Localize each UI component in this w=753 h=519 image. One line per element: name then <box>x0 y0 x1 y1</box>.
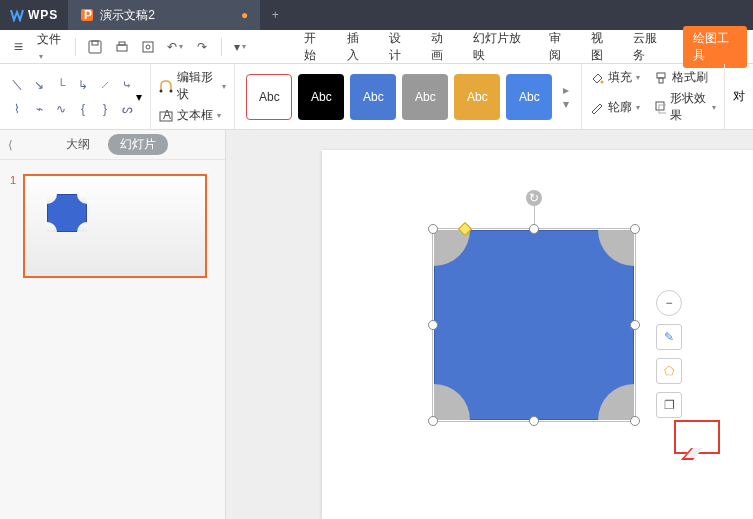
resize-handle-tr[interactable] <box>630 224 640 234</box>
freehand-icon[interactable]: ᔕ <box>118 99 136 119</box>
paint-bucket-icon <box>590 71 604 85</box>
resize-handle-r[interactable] <box>630 320 640 330</box>
style-preset-5[interactable]: Abc <box>454 74 500 120</box>
tab-slides[interactable]: 幻灯片 <box>108 134 168 155</box>
text-box-icon: A <box>159 109 173 123</box>
arrow-shape-icon[interactable]: ↘ <box>30 75 48 95</box>
svg-rect-4 <box>117 45 127 51</box>
menu-cloud[interactable]: 云服务 <box>623 30 676 64</box>
resize-handle-l[interactable] <box>428 320 438 330</box>
pen-tool-icon[interactable]: ✎ <box>656 324 682 350</box>
shape-body[interactable] <box>434 230 634 420</box>
scribble-icon[interactable]: ∿ <box>52 99 70 119</box>
collapse-tool-icon[interactable]: − <box>656 290 682 316</box>
style-preset-2[interactable]: Abc <box>298 74 344 120</box>
save-icon[interactable] <box>82 34 107 60</box>
shape-tool-icon[interactable]: ⬠ <box>656 358 682 384</box>
selected-shape[interactable]: ↻ − ✎ ⬠ ❐ <box>434 230 634 420</box>
shape-gallery-expand[interactable]: ▾ <box>136 90 142 104</box>
pen-icon <box>590 100 604 114</box>
more-menu[interactable]: ▾ <box>228 34 253 60</box>
text-box-button[interactable]: A 文本框 <box>159 107 226 124</box>
svg-rect-13 <box>657 73 665 78</box>
drawing-tool-tab[interactable]: 绘图工具 <box>683 26 747 68</box>
style-gallery-expand[interactable]: ▸▾ <box>559 83 573 111</box>
format-painter-button[interactable]: 格式刷 <box>654 69 716 86</box>
floating-tools: − ✎ ⬠ ❐ <box>656 290 682 418</box>
resize-handle-tl[interactable] <box>428 224 438 234</box>
effect-icon <box>654 100 665 114</box>
svg-rect-3 <box>92 41 98 45</box>
svg-rect-14 <box>659 78 663 83</box>
resize-handle-t[interactable] <box>529 224 539 234</box>
presentation-icon: P <box>80 8 94 22</box>
new-tab-button[interactable]: + <box>262 0 288 30</box>
style-preset-4[interactable]: Abc <box>402 74 448 120</box>
divider <box>75 38 76 56</box>
brace-right-icon[interactable]: } <box>96 99 114 119</box>
app-name: WPS <box>28 8 58 22</box>
svg-rect-5 <box>119 42 125 45</box>
tab-title: 演示文稿2 <box>100 7 155 24</box>
brush-icon <box>654 71 668 85</box>
canvas-area[interactable]: ↻ − ✎ ⬠ ❐ <box>226 130 753 519</box>
outline-button[interactable]: 轮廓 <box>590 99 640 116</box>
document-tab[interactable]: P 演示文稿2 ● <box>68 0 260 30</box>
style-preset-6[interactable]: Abc <box>506 74 552 120</box>
layers-tool-icon[interactable]: ❐ <box>656 392 682 418</box>
svg-point-9 <box>170 90 173 93</box>
shape-lines-section: ＼ ↘ └ ↳ ⟋ ⤷ ⌇ ⌁ ∿ { } ᔕ ▾ <box>0 64 151 129</box>
slide-canvas[interactable]: ↻ − ✎ ⬠ ❐ <box>322 150 753 519</box>
brace-left-icon[interactable]: { <box>74 99 92 119</box>
modified-dot-icon: ● <box>241 8 248 22</box>
svg-point-8 <box>160 90 163 93</box>
elbow-arrow-icon[interactable]: ↳ <box>74 75 92 95</box>
menu-design[interactable]: 设计 <box>379 30 421 64</box>
svg-point-12 <box>601 80 604 83</box>
svg-rect-15 <box>656 102 664 110</box>
slide-number: 1 <box>10 174 16 186</box>
rotation-handle[interactable]: ↻ <box>526 190 542 206</box>
menu-view[interactable]: 视图 <box>581 30 623 64</box>
edit-shape-icon <box>159 79 173 93</box>
style-preset-3[interactable]: Abc <box>350 74 396 120</box>
svg-rect-2 <box>89 41 101 53</box>
redo-icon[interactable]: ↷ <box>190 34 215 60</box>
shape-styles-gallery: Abc Abc Abc Abc Abc Abc ▸▾ <box>235 64 582 129</box>
elbow-shape-icon[interactable]: └ <box>52 75 70 95</box>
svg-text:P: P <box>84 8 92 22</box>
align-button[interactable]: 对 <box>733 88 745 105</box>
wps-logo: WPS <box>0 0 68 30</box>
zigzag-icon[interactable]: ⌇ <box>8 99 26 119</box>
curve-shape-icon[interactable]: ⟋ <box>96 75 114 95</box>
menu-start[interactable]: 开始 <box>294 30 336 64</box>
edit-shape-button[interactable]: 编辑形状 <box>159 69 226 103</box>
undo-icon[interactable]: ↶ <box>163 34 188 60</box>
resize-handle-bl[interactable] <box>428 416 438 426</box>
shape-effect-button[interactable]: 形状效果 <box>654 90 716 124</box>
resize-handle-b[interactable] <box>529 416 539 426</box>
print-preview-icon[interactable] <box>136 34 161 60</box>
tab-outline[interactable]: 大纲 <box>58 134 98 155</box>
menu-slideshow[interactable]: 幻灯片放映 <box>463 30 539 64</box>
menu-review[interactable]: 审阅 <box>539 30 581 64</box>
red-callout-annotation <box>674 420 720 454</box>
svg-text:A: A <box>163 109 171 122</box>
line-shape-icon[interactable]: ＼ <box>8 75 26 95</box>
curve-arrow-icon[interactable]: ⤷ <box>118 75 136 95</box>
divider <box>221 38 222 56</box>
style-preset-1[interactable]: Abc <box>246 74 292 120</box>
hamburger-icon[interactable]: ≡ <box>6 34 31 60</box>
file-menu[interactable]: 文件 <box>33 31 70 62</box>
panel-collapse-icon[interactable]: ⟨ <box>8 138 13 152</box>
slide-thumbnail-1[interactable] <box>23 174 207 278</box>
freeform-icon[interactable]: ⌁ <box>30 99 48 119</box>
print-icon[interactable] <box>109 34 134 60</box>
thumb-shape-preview <box>47 194 87 232</box>
fill-button[interactable]: 填充 <box>590 69 640 86</box>
menu-animation[interactable]: 动画 <box>421 30 463 64</box>
menu-insert[interactable]: 插入 <box>337 30 379 64</box>
resize-handle-br[interactable] <box>630 416 640 426</box>
svg-rect-6 <box>143 42 153 52</box>
svg-point-7 <box>146 45 150 49</box>
